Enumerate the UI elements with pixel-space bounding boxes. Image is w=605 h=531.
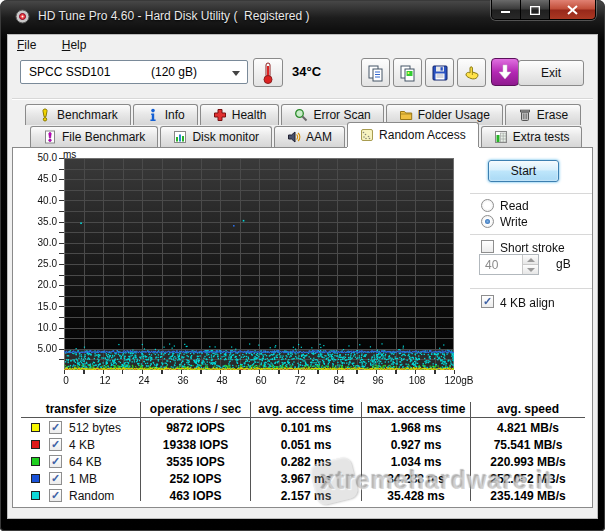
cell-ops: 463 IOPS xyxy=(141,489,250,503)
check-icon: ✓ xyxy=(483,296,492,307)
exit-label: Exit xyxy=(541,66,561,80)
drive-model: SPCC SSD101 xyxy=(29,65,110,79)
drive-select-dropdown[interactable]: SPCC SSD101 (120 gB) xyxy=(20,60,248,84)
random-access-icon xyxy=(360,128,374,142)
tab-disk-monitor[interactable]: Disk monitor xyxy=(160,126,272,147)
x-tick-label: 36 xyxy=(168,375,198,386)
x-tick-label: 0 xyxy=(51,375,81,386)
minimize-button[interactable] xyxy=(492,0,521,20)
y-tick-label: 35.0 xyxy=(25,216,57,227)
cell-avg: 0.051 ms xyxy=(251,438,361,452)
copy-image-button[interactable] xyxy=(393,58,422,87)
hand-pointer-icon xyxy=(463,64,481,82)
tab-info[interactable]: Info xyxy=(133,104,198,125)
series-color-swatch xyxy=(31,440,40,449)
table-row-4kb: ✓ 4 KB 19338 IOPS 0.051 ms 0.927 ms 75.5… xyxy=(13,438,594,455)
short-stroke-checkbox[interactable] xyxy=(481,240,494,253)
tab-row-2: File Benchmark Disk monitor AAM xyxy=(30,126,584,147)
folder-icon xyxy=(399,108,413,122)
tab-label: Random Access xyxy=(379,128,466,142)
copy-text-button[interactable] xyxy=(361,58,390,87)
app-icon xyxy=(15,9,30,24)
exit-button[interactable]: Exit xyxy=(518,60,584,86)
col-header-operations: operations / sec xyxy=(141,402,250,416)
tab-erase[interactable]: Erase xyxy=(505,104,581,125)
x-tick-label: 12 xyxy=(90,375,120,386)
series-checkbox[interactable]: ✓ xyxy=(49,438,62,451)
panel-separator xyxy=(470,193,592,195)
spinner-value: 40 xyxy=(485,258,498,272)
copy-text-icon xyxy=(367,64,385,82)
series-label: 1 MB xyxy=(69,472,97,486)
y-tick-marks xyxy=(59,158,64,370)
magnifier-icon xyxy=(294,108,308,122)
series-checkbox[interactable]: ✓ xyxy=(49,472,62,485)
table-header-rule xyxy=(21,417,585,418)
align-checkbox[interactable]: ✓ xyxy=(481,295,494,308)
start-button[interactable]: Start xyxy=(488,160,559,182)
short-stroke-spinner[interactable]: 40 xyxy=(479,254,539,275)
col-header-transfer-size: transfer size xyxy=(21,402,141,416)
tab-label: Folder Usage xyxy=(418,108,490,122)
toolbar-separator xyxy=(12,98,593,100)
series-checkbox[interactable]: ✓ xyxy=(49,455,62,468)
check-icon: ✓ xyxy=(51,490,60,501)
capture-button[interactable] xyxy=(491,58,519,86)
spinner-down-button[interactable] xyxy=(523,265,538,274)
read-radio[interactable] xyxy=(481,199,494,212)
maximize-icon xyxy=(530,6,540,15)
tab-label: Info xyxy=(165,108,185,122)
close-icon xyxy=(567,5,578,15)
tab-random-access[interactable]: Random Access xyxy=(347,122,479,147)
series-checkbox[interactable]: ✓ xyxy=(49,421,62,434)
tab-label: Error Scan xyxy=(313,108,370,122)
trash-icon xyxy=(518,108,532,122)
tab-label: Disk monitor xyxy=(192,130,259,144)
write-radio[interactable] xyxy=(481,215,494,228)
start-label: Start xyxy=(511,164,536,178)
spinner-up-button[interactable] xyxy=(523,255,538,265)
y-tick-label: 10.0 xyxy=(25,322,57,333)
thermometer-icon xyxy=(262,62,274,84)
down-arrow-icon xyxy=(498,64,512,80)
x-tick-label: 24 xyxy=(129,375,159,386)
series-color-swatch xyxy=(31,474,40,483)
check-icon: ✓ xyxy=(51,439,60,450)
access-time-plot xyxy=(64,158,454,370)
menu-file[interactable]: File xyxy=(17,38,36,52)
tab-file-benchmark[interactable]: File Benchmark xyxy=(30,126,158,147)
tab-extra-tests[interactable]: Extra tests xyxy=(481,126,583,147)
tab-aam[interactable]: AAM xyxy=(274,126,345,147)
options-button[interactable] xyxy=(457,58,486,87)
col-header-avg-access: avg. access time xyxy=(251,402,361,416)
panel-separator xyxy=(470,234,592,236)
benchmark-icon xyxy=(38,108,52,122)
x-tick-label: 120gB xyxy=(439,375,479,386)
series-checkbox[interactable]: ✓ xyxy=(49,489,62,502)
y-tick-label: 5.00 xyxy=(25,343,57,354)
tab-benchmark[interactable]: Benchmark xyxy=(25,104,131,125)
temperature-value: 34°C xyxy=(292,64,321,79)
x-tick-label: 96 xyxy=(363,375,393,386)
tab-health[interactable]: Health xyxy=(200,104,280,125)
series-label: 4 KB xyxy=(69,438,95,452)
series-color-swatch xyxy=(31,491,40,500)
window-title: HD Tune Pro 4.60 - Hard Disk Utility ( R… xyxy=(38,9,309,23)
save-button[interactable] xyxy=(425,58,454,87)
temperature-button[interactable] xyxy=(253,58,283,87)
health-cross-icon xyxy=(213,108,227,122)
y-tick-label: 15.0 xyxy=(25,301,57,312)
cell-avg: 0.101 ms xyxy=(251,421,361,435)
close-button[interactable] xyxy=(550,0,595,20)
watermark-text: xtremehardware.it xyxy=(321,466,553,495)
client-area: File Help SPCC SSD101 (120 gB) 34°C xyxy=(7,34,598,519)
col-header-avg-speed: avg. speed xyxy=(471,402,585,416)
menu-help[interactable]: Help xyxy=(62,38,87,52)
titlebar[interactable]: HD Tune Pro 4.60 - Hard Disk Utility ( R… xyxy=(0,0,605,34)
y-tick-label: 50.0 xyxy=(25,152,57,163)
write-label: Write xyxy=(500,215,528,229)
series-color-swatch xyxy=(31,423,40,432)
maximize-button[interactable] xyxy=(521,0,550,20)
extra-tests-icon xyxy=(494,130,508,144)
cell-ops: 9872 IOPS xyxy=(141,421,250,435)
